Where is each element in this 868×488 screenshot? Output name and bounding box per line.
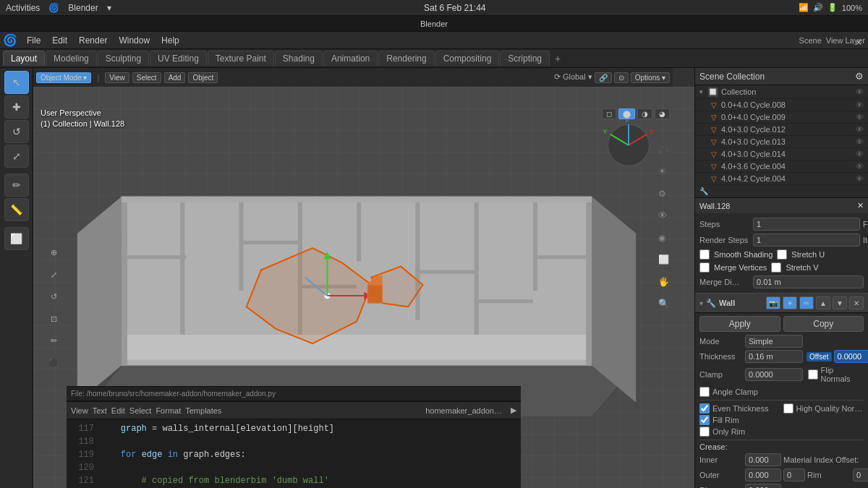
smooth-shading-checkbox[interactable] [699,249,710,260]
cycle-item-012[interactable]: ▽ 4.0+3.0 Cycle.012 👁 [695,124,868,136]
merge-vertices-checkbox[interactable] [699,262,710,273]
move-tool-button[interactable]: ✚ [4,95,29,119]
tab-shading[interactable]: Shading [275,51,323,66]
menu-render[interactable]: Render [74,34,112,47]
global-toggle[interactable]: ⟳ Global ▾ [554,72,592,83]
steps-input[interactable] [753,218,860,231]
even-thickness-checkbox[interactable] [699,403,710,414]
menu-window[interactable]: Window [114,34,155,47]
tab-layout[interactable]: Layout [3,51,45,66]
offset-input[interactable] [834,350,869,363]
view-menu-code[interactable]: View [71,406,88,415]
solid-mode-button[interactable]: ⬤ [618,108,635,119]
wireframe-mode-button[interactable]: ◻ [602,108,616,119]
tab-animation[interactable]: Animation [323,51,378,66]
angle-clamp-checkbox[interactable] [699,387,710,397]
cycle-visibility-004b[interactable]: 👁 [856,174,864,183]
text-menu-code[interactable]: Text [93,406,107,415]
view-menu[interactable]: View [105,72,129,83]
snapping-toggle[interactable]: 🔗 [595,72,612,83]
object-menu[interactable]: Object [188,72,218,83]
add-menu[interactable]: Add [164,72,186,83]
app-name-label[interactable]: Blender [68,3,98,13]
select-menu-code[interactable]: Select [129,406,152,415]
modifier-edit-icon[interactable]: ✏ [799,296,814,309]
fill-rim-checkbox[interactable] [699,415,710,425]
options-menu[interactable]: Options ▾ [631,72,670,83]
proportional-edit-toggle[interactable]: ⊙ [614,72,629,83]
activities-label[interactable]: Activities [6,3,40,13]
modifier-camera-icon[interactable]: 📷 [766,296,780,309]
material-preview-button[interactable]: ◑ [637,108,652,119]
cycle-item-009[interactable]: ▽ 0.0+4.0 Cycle.009 👁 [695,111,868,124]
outer-input[interactable] [745,468,781,481]
scene-collection-filter-icon[interactable]: ⚙ [855,71,864,82]
cycle-visibility-014[interactable]: 👁 [856,150,864,158]
menu-file[interactable]: File [22,34,46,47]
templates-menu-code[interactable]: Templates [185,406,221,415]
cycle-item-008[interactable]: ▽ 0.0+4.0 Cycle.008 👁 [695,99,868,111]
mat-index-input[interactable] [783,468,805,481]
cycle-visibility-013[interactable]: 👁 [856,137,864,146]
modifier-properties-icon-active[interactable]: 🔧 [699,187,708,195]
cycle-visibility-004a[interactable]: 👁 [856,162,864,171]
merge-dist-input[interactable] [753,275,864,288]
rim-crease-input[interactable] [745,484,781,488]
thickness-input[interactable] [745,350,803,363]
annotate-tool-button[interactable]: ✏ [4,174,29,197]
tab-rendering[interactable]: Rendering [378,51,434,66]
rotate-tool-button[interactable]: ↺ [4,120,29,143]
modifier-down-icon[interactable]: ▼ [833,296,847,309]
cycle-item-013[interactable]: ▽ 4.0+3.0 Cycle.013 👁 [695,136,868,148]
cycle-visibility-012[interactable]: 👁 [856,125,864,134]
select-menu[interactable]: Select [132,72,161,83]
copy-button[interactable]: Copy [783,316,864,332]
tab-compositing[interactable]: Compositing [435,51,500,66]
cycle-visibility-008[interactable]: 👁 [856,100,864,109]
play-button[interactable]: ▶ [511,406,516,415]
tab-texture-paint[interactable]: Texture Paint [208,51,274,66]
cycle-item-004b[interactable]: ▽ 4.0+4.2 Cycle.004 👁 [695,173,868,185]
cycle-visibility-009[interactable]: 👁 [856,113,864,121]
only-rim-checkbox[interactable] [699,427,710,437]
wall128-close-icon[interactable]: ✕ [857,201,864,210]
format-menu-code[interactable]: Format [156,406,181,415]
tab-scripting[interactable]: Scripting [500,51,550,66]
code-editor[interactable]: View Text Edit Select Format Templates h… [67,401,521,488]
modifier-render-icon[interactable]: ✦ [783,296,797,309]
cycle-item-014[interactable]: ▽ 4.0+3.0 Cycle.014 👁 [695,148,868,160]
flip-normals-checkbox[interactable] [808,369,818,380]
tab-uv-editing[interactable]: UV Editing [150,51,207,66]
measure-tool-button[interactable]: 📏 [4,198,29,221]
stretch-u-checkbox[interactable] [777,249,787,260]
select-tool-button[interactable]: ↖ [4,71,29,94]
code-content[interactable]: 117 graph = walls_internal[elevation][he… [67,419,521,488]
menu-edit[interactable]: Edit [47,34,72,47]
add-workspace-button[interactable]: + [550,51,565,66]
object-mode-selector[interactable]: Object Mode ▾ [36,72,91,83]
modifier-delete-icon[interactable]: ✕ [849,296,864,309]
render-steps-input[interactable] [753,234,860,247]
tab-modeling[interactable]: Modeling [46,51,97,66]
scale-tool-button[interactable]: ⤢ [4,145,29,168]
wall-modifier-header[interactable]: ▾ 🔧 Wall 📷 ✦ ✏ ▲ ▼ ✕ [695,294,868,313]
viewport-3d[interactable]: Object Mode ▾ | View Select Add Object ⟳… [33,68,694,488]
close-button[interactable]: ✕ [855,38,862,48]
high-quality-checkbox[interactable] [783,403,793,414]
edit-menu-code[interactable]: Edit [111,406,125,415]
menu-help[interactable]: Help [156,34,184,47]
rendered-mode-button[interactable]: ◕ [655,108,670,119]
clamp-input[interactable] [745,368,803,381]
mat-rim-input[interactable] [853,468,868,481]
collection-root-item[interactable]: ▾ 🔲 Collection 👁 [695,85,868,99]
stretch-v-checkbox[interactable] [771,262,781,273]
mode-input[interactable] [745,335,803,348]
wall128-header[interactable]: Wall.128 ✕ [695,198,868,213]
apply-button[interactable]: Apply [699,316,780,332]
tab-sculpting[interactable]: Sculpting [98,51,149,66]
modifier-up-icon[interactable]: ▲ [816,296,830,309]
cycle-item-004a[interactable]: ▽ 4.0+3.6 Cycle.004 👁 [695,160,868,173]
add-cube-button[interactable]: ⬜ [4,227,29,250]
inner-input[interactable] [745,453,781,466]
collection-visibility-icon[interactable]: 👁 [856,87,864,96]
